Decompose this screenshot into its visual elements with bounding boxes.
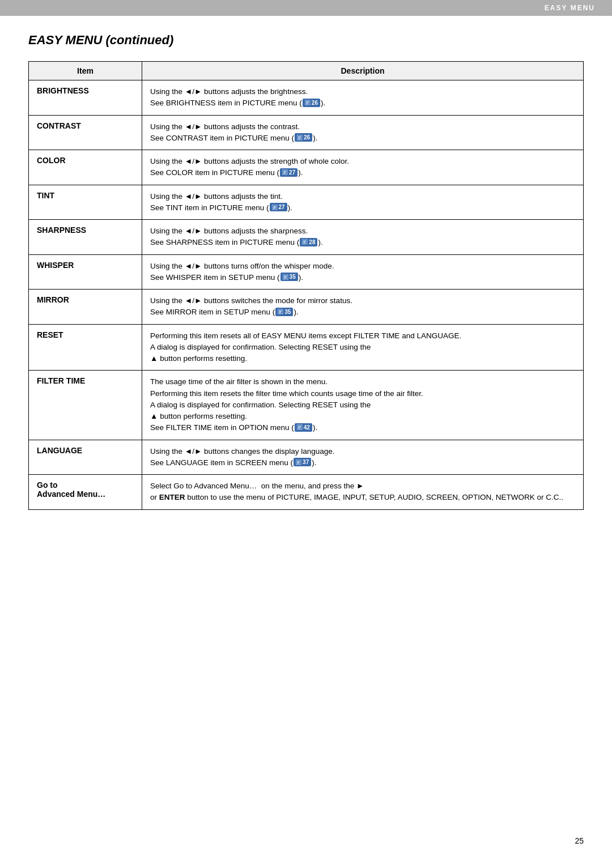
table-row: WHISPER Using the ◄/► buttons turns off/… <box>29 254 584 290</box>
menu-table: Item Description BRIGHTNESS Using the ◄/… <box>28 61 584 510</box>
item-cell: CONTRAST <box>29 115 142 150</box>
item-cell: TINT <box>29 185 142 220</box>
page-ref-icon: 27 <box>270 203 287 211</box>
table-row: TINT Using the ◄/► buttons adjusts the t… <box>29 185 584 220</box>
arrow-right-icon: ► <box>356 482 364 490</box>
item-label: FILTER TIME <box>37 376 85 385</box>
desc-cell: The usage time of the air filter is show… <box>142 371 584 440</box>
page-ref-icon: 42 <box>295 423 312 432</box>
item-label: RESET <box>37 330 63 339</box>
item-label: MIRROR <box>37 295 69 304</box>
arrow-icon: ◄/► <box>185 447 202 456</box>
item-cell: BRIGHTNESS <box>29 80 142 116</box>
item-label: WHISPER <box>37 261 74 270</box>
item-cell: COLOR <box>29 150 142 185</box>
item-label: COLOR <box>37 156 66 165</box>
table-row: FILTER TIME The usage time of the air fi… <box>29 371 584 440</box>
item-cell: LANGUAGE <box>29 440 142 475</box>
arrow-icon: ◄/► <box>185 87 202 96</box>
triangle-icon: ▲ <box>150 412 158 420</box>
item-cell: FILTER TIME <box>29 371 142 440</box>
page-ref-icon: 35 <box>280 273 298 281</box>
arrow-icon: ◄/► <box>185 192 202 201</box>
item-label: BRIGHTNESS <box>37 86 89 95</box>
arrow-icon: ◄/► <box>185 262 202 270</box>
desc-cell: Using the ◄/► buttons adjusts the bright… <box>142 80 584 116</box>
item-cell: MIRROR <box>29 290 142 325</box>
item-cell: WHISPER <box>29 254 142 290</box>
desc-cell: Using the ◄/► buttons turns off/on the w… <box>142 254 584 290</box>
page-ref-icon: 26 <box>303 99 320 107</box>
table-row: BRIGHTNESS Using the ◄/► buttons adjusts… <box>29 80 584 116</box>
item-label: Go toAdvanced Menu… <box>37 480 105 499</box>
page-ref-icon: 35 <box>275 308 293 316</box>
page-number: 25 <box>575 836 584 845</box>
desc-cell: Using the ◄/► buttons adjusts the contra… <box>142 115 584 150</box>
table-row: MIRROR Using the ◄/► buttons switches th… <box>29 290 584 325</box>
arrow-icon: ◄/► <box>185 122 202 131</box>
header-label: EASY MENU <box>545 4 595 12</box>
desc-cell: Using the ◄/► buttons adjusts the tint. … <box>142 185 584 220</box>
col-description-header: Description <box>142 62 584 80</box>
desc-cell: Using the ◄/► buttons adjusts the sharpn… <box>142 220 584 255</box>
main-content: EASY MENU (continued) Item Description B… <box>0 16 612 533</box>
page-container: EASY MENU EASY MENU (continued) Item Des… <box>0 0 612 868</box>
item-label: TINT <box>37 191 54 200</box>
table-row: LANGUAGE Using the ◄/► buttons changes t… <box>29 440 584 475</box>
enter-label: ENTER <box>159 493 185 501</box>
desc-cell: Using the ◄/► buttons switches the mode … <box>142 290 584 325</box>
table-row: Go toAdvanced Menu… Select Go to Advance… <box>29 475 584 510</box>
item-cell: Go toAdvanced Menu… <box>29 475 142 510</box>
desc-cell: Using the ◄/► buttons changes the displa… <box>142 440 584 475</box>
table-header-row: Item Description <box>29 62 584 80</box>
item-cell: SHARPNESS <box>29 220 142 255</box>
page-ref-icon: 27 <box>280 168 298 177</box>
top-header-bar: EASY MENU <box>0 0 612 16</box>
page-ref-icon: 26 <box>295 133 312 142</box>
item-label: LANGUAGE <box>37 446 82 455</box>
desc-cell: Select Go to Advanced Menu… on the menu,… <box>142 475 584 510</box>
arrow-icon: ◄/► <box>185 227 202 235</box>
item-label: SHARPNESS <box>37 225 86 235</box>
table-row: RESET Performing this item resets all of… <box>29 324 584 371</box>
table-row: COLOR Using the ◄/► buttons adjusts the … <box>29 150 584 185</box>
table-row: CONTRAST Using the ◄/► buttons adjusts t… <box>29 115 584 150</box>
item-label: CONTRAST <box>37 121 81 130</box>
page-ref-icon: 28 <box>300 238 317 246</box>
desc-cell: Performing this item resets all of EASY … <box>142 324 584 371</box>
arrow-icon: ◄/► <box>185 296 202 305</box>
arrow-icon: ◄/► <box>185 157 202 165</box>
desc-cell: Using the ◄/► buttons adjusts the streng… <box>142 150 584 185</box>
page-title: EASY MENU (continued) <box>28 33 584 48</box>
table-row: SHARPNESS Using the ◄/► buttons adjusts … <box>29 220 584 255</box>
triangle-icon: ▲ <box>150 354 158 363</box>
page-ref-icon: 37 <box>294 458 311 466</box>
item-cell: RESET <box>29 324 142 371</box>
col-item-header: Item <box>29 62 142 80</box>
